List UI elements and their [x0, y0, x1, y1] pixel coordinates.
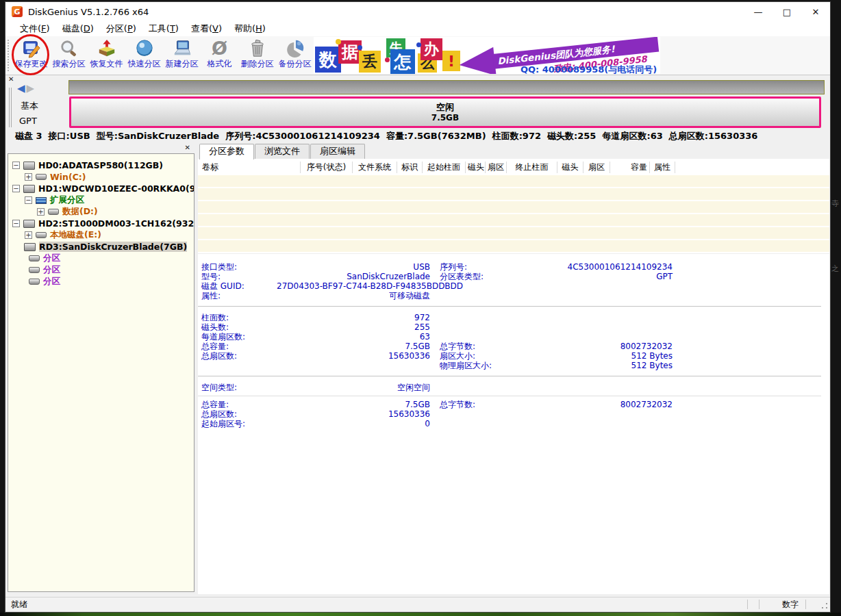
disk-details: 接口类型:USB序列号:4C530001061214109234 型号:SanD…: [198, 254, 829, 594]
save-changes-button[interactable]: 保存更改: [12, 38, 50, 74]
status-bar: 就绪 数字: [5, 597, 830, 611]
selected-free-partition-block[interactable]: 空闲 7.5GB: [69, 97, 821, 128]
volume-icon: [48, 209, 59, 215]
nav-back-icon[interactable]: ◀: [17, 82, 27, 94]
disk-icon: [24, 243, 36, 251]
tree-item-local-disk-e[interactable]: +本地磁盘(E:): [25, 229, 194, 241]
toolbar-gripper[interactable]: [8, 40, 10, 71]
tree-item-partition-1[interactable]: 分区: [29, 253, 194, 264]
expand-icon[interactable]: +: [37, 208, 45, 216]
tree-item-data-d[interactable]: +数据(D:): [37, 206, 194, 218]
status-divider: [805, 600, 806, 609]
desktop-icon-text: 之: [831, 264, 839, 274]
trash-icon: [247, 38, 268, 59]
menu-disk[interactable]: 磁盘(D): [56, 23, 100, 35]
minimize-button[interactable]: —: [744, 2, 773, 21]
quick-partition-button[interactable]: 快速分区: [125, 38, 163, 74]
tree-item-hd1[interactable]: −HD1:WDCWD10EZEC-00RKKA0(932GB): [12, 183, 194, 194]
status-text: 就绪: [11, 598, 27, 611]
collapse-icon[interactable]: −: [12, 162, 20, 169]
maximize-button[interactable]: □: [773, 2, 801, 21]
resize-grip[interactable]: [821, 602, 828, 609]
numlock-indicator: 数字: [782, 598, 799, 611]
collapse-icon[interactable]: −: [12, 220, 20, 227]
disk-icon: [23, 185, 35, 193]
recover-box-arrow-icon: [97, 38, 117, 59]
disk-tree: −HD0:ADATASP580(112GB) +Win(C:) −HD1:WDC…: [8, 153, 194, 592]
volume-icon: [29, 255, 40, 261]
tab-sector-editor[interactable]: 扇区编辑: [310, 144, 365, 159]
close-button[interactable]: ✕: [801, 2, 830, 21]
menu-file[interactable]: 文件(F): [14, 23, 56, 35]
ad-banner[interactable]: 数 据 丢 失 怎 么 办 ! DiskGenius团队为您服务! 致电: 40…: [314, 37, 660, 74]
banner-dot: [385, 57, 390, 62]
banner-arrow-graphic: DiskGenius团队为您服务! 致电: 400-008-9958 QQ: 4…: [455, 37, 660, 74]
tree-item-hd2[interactable]: −HD2:ST1000DM003-1CH162(932GB): [12, 218, 194, 229]
menu-tools[interactable]: 工具(T): [142, 23, 185, 35]
recover-files-button[interactable]: 恢复文件: [88, 38, 125, 74]
expand-icon[interactable]: +: [25, 231, 32, 239]
app-logo-icon: G: [12, 6, 23, 17]
empty-partition-rows[interactable]: [198, 175, 829, 254]
banner-tile: 数: [315, 47, 341, 73]
tree-item-hd0[interactable]: −HD0:ADATASP580(112GB): [12, 159, 194, 171]
panel-close-icon[interactable]: ✕: [185, 144, 190, 151]
diskgenius-window: G DiskGenius V5.1.2.766 x64 — □ ✕ 文件(F) …: [5, 1, 831, 613]
banner-qq: QQ: 4000089958(与电话同号): [520, 64, 657, 74]
banner-tile: 丢: [359, 51, 381, 73]
volume-icon: [29, 267, 40, 273]
view-label-gpt[interactable]: GPT: [19, 116, 37, 126]
backup-partition-button[interactable]: 备份分区: [276, 38, 314, 74]
format-button[interactable]: Ø 格式化: [201, 38, 238, 74]
tab-browse-files[interactable]: 浏览文件: [255, 144, 310, 159]
expand-icon[interactable]: +: [25, 173, 32, 181]
menu-partition[interactable]: 分区(P): [100, 23, 142, 35]
status-divider: [759, 600, 760, 609]
collapse-icon[interactable]: −: [25, 196, 32, 204]
tree-item-extended-partition[interactable]: −扩展分区: [25, 194, 194, 206]
disk-tree-panel: ✕ −HD0:ADATASP580(112GB) +Win(C:) −HD1:W…: [6, 144, 196, 594]
collapse-icon[interactable]: −: [12, 185, 20, 192]
volume-icon: [29, 279, 40, 285]
tab-partition-parameters[interactable]: 分区参数: [199, 144, 254, 159]
banner-dot: [336, 39, 341, 44]
menu-view[interactable]: 查看(V): [185, 23, 228, 35]
magnifier-icon: [59, 38, 79, 59]
section-divider: [198, 376, 821, 377]
search-partition-button[interactable]: 搜索分区: [50, 38, 88, 74]
volume-icon: [36, 174, 47, 180]
desktop-wallpaper-strip: [0, 613, 841, 616]
main-area: ✕ −HD0:ADATASP580(112GB) +Win(C:) −HD1:W…: [5, 144, 830, 595]
detail-tabs: 分区参数 浏览文件 扇区编辑: [198, 144, 829, 159]
menu-help[interactable]: 帮助(H): [228, 23, 272, 35]
disk-icon: [23, 162, 35, 170]
pie-segments-icon: [285, 38, 305, 59]
banner-dot: [357, 45, 362, 50]
sub-divider: [198, 396, 821, 396]
tree-item-win-c[interactable]: +Win(C:): [25, 171, 194, 183]
panel-gripper[interactable]: [9, 88, 12, 127]
section-divider: [198, 306, 821, 307]
partition-table-header: 卷标 序号(状态) 文件系统 标识 起始柱面 磁头 扇区 终止柱面 磁头 扇区 …: [198, 159, 829, 175]
disk-overview-strip[interactable]: [68, 80, 825, 94]
status-divider: [747, 600, 748, 609]
tree-item-rd3-selected[interactable]: RD3:SanDiskCruzerBlade(7GB): [24, 241, 194, 253]
delete-partition-button[interactable]: 删除分区: [238, 38, 276, 74]
partition-detail-panel: 分区参数 浏览文件 扇区编辑 卷标 序号(状态) 文件系统 标识 起始柱面 磁头…: [198, 144, 829, 594]
toolbar: 保存更改 搜索分区 恢复文件 快速分区: [5, 36, 830, 75]
window-title: DiskGenius V5.1.2.766 x64: [28, 7, 149, 17]
tree-panel-header: ✕: [6, 144, 196, 153]
tree-item-partition-3[interactable]: 分区: [29, 276, 194, 287]
banner-tile: 怎: [390, 49, 415, 74]
nav-forward-icon[interactable]: ▶: [27, 82, 36, 94]
disk-icon: [23, 220, 35, 228]
panel-close-icon[interactable]: ✕: [8, 75, 14, 83]
partition-overview-band: ✕ ◀▶ 基本 GPT 空闲 7.5GB: [5, 75, 826, 129]
new-partition-button[interactable]: 新建分区: [163, 38, 201, 74]
banner-tile: 据: [338, 40, 362, 64]
tree-item-partition-2[interactable]: 分区: [29, 264, 194, 276]
banner-tile: 办: [420, 38, 442, 60]
banner-dot: [416, 42, 421, 47]
view-label-basic[interactable]: 基本: [21, 100, 38, 112]
laptop-icon: [172, 38, 192, 59]
